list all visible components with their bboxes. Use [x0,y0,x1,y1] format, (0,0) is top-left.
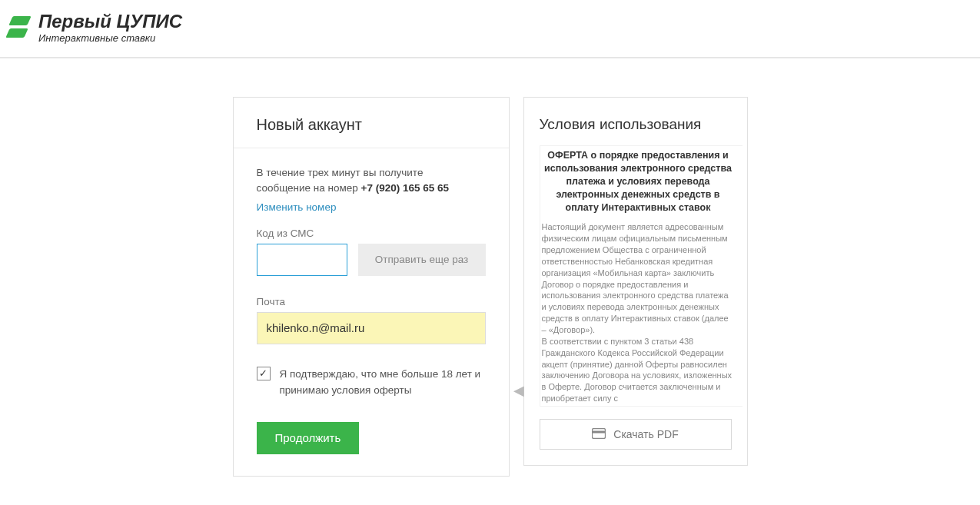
app-header: Первый ЦУПИС Интерактивные ставки [0,0,980,58]
new-account-title: Новый аккаунт [257,116,486,134]
brand-logo-icon [6,16,31,41]
download-pdf-button[interactable]: Скачать PDF [540,419,732,450]
new-account-body: В течение трех минут вы получите сообщен… [234,148,509,476]
email-input[interactable] [257,312,486,344]
sms-info-line2-prefix: сообщение на номер [257,182,361,194]
terms-title: Условия использования [540,116,732,133]
email-label: Почта [257,296,486,307]
age-confirm-row: ✓ Я подтверждаю, что мне больше 18 лет и… [257,366,486,399]
sms-code-input[interactable] [257,244,347,276]
sms-code-label: Код из СМС [257,228,486,239]
brand-logo-block: Первый ЦУПИС Интерактивные ставки [6,12,182,45]
sms-info-line1: В течение трех минут вы получите [257,165,486,181]
svg-rect-0 [593,428,606,438]
card-icon [592,428,606,441]
terms-scroll-area[interactable]: ОФЕРТА о порядке предоставления и исполь… [540,145,742,407]
svg-rect-1 [593,430,606,433]
new-account-panel: Новый аккаунт В течение трех минут вы по… [233,97,510,477]
change-number-link[interactable]: Изменить номер [257,201,337,213]
terms-panel: ◀ Условия использования ОФЕРТА о порядке… [523,97,748,466]
offer-heading: ОФЕРТА о порядке предоставления и исполь… [542,149,735,214]
age-confirm-text: Я подтверждаю, что мне больше 18 лет и п… [280,366,486,399]
download-pdf-label: Скачать PDF [613,428,678,440]
terms-header: Условия использования [524,98,747,145]
brand-subtitle: Интерактивные ставки [38,32,182,45]
sms-row: Отправить еще раз [257,244,486,276]
arrow-left-icon: ◀ [513,382,524,399]
sms-info-line2: сообщение на номер +7 (920) 165 65 65 [257,181,486,196]
offer-body-p2: В соответствии с пунктом 3 статьи 438 Гр… [542,337,733,403]
offer-body: Настоящий документ является адресованным… [542,221,735,404]
brand-title: Первый ЦУПИС [38,12,182,31]
offer-body-p1: Настоящий документ является адресованным… [542,222,729,334]
new-account-header: Новый аккаунт [234,98,509,148]
age-confirm-checkbox[interactable]: ✓ [257,367,271,380]
check-icon: ✓ [259,368,267,378]
resend-sms-button[interactable]: Отправить еще раз [358,244,486,276]
continue-button[interactable]: Продолжить [257,422,360,454]
main-content: Новый аккаунт В течение трех минут вы по… [0,58,980,477]
terms-footer: Скачать PDF [524,407,747,465]
sms-info-phone: +7 (920) 165 65 65 [361,182,449,194]
brand-text: Первый ЦУПИС Интерактивные ставки [38,12,182,45]
